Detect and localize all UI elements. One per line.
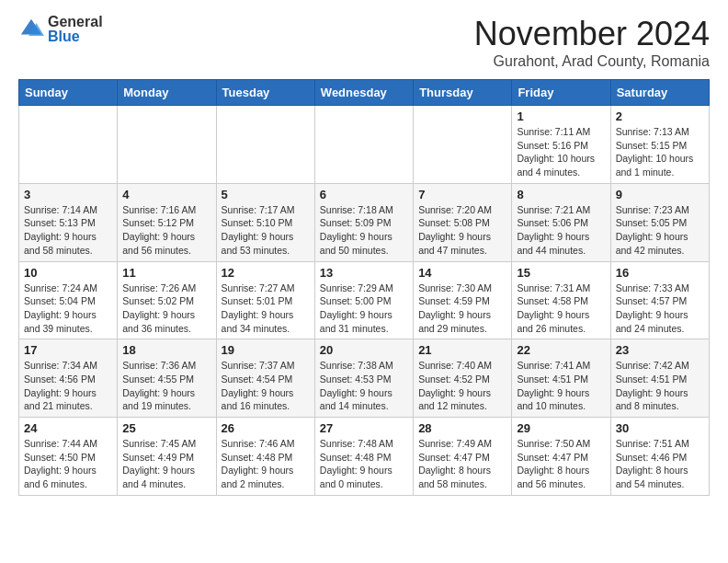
- logo-general-text: General: [48, 15, 103, 29]
- day-number: 23: [616, 343, 704, 357]
- day-info: Sunrise: 7:36 AM Sunset: 4:55 PM Dayligh…: [122, 359, 210, 413]
- day-number: 6: [320, 188, 408, 201]
- day-number: 15: [517, 266, 605, 280]
- week-row-4: 24Sunrise: 7:44 AM Sunset: 4:50 PM Dayli…: [19, 418, 710, 496]
- calendar-cell: 26Sunrise: 7:46 AM Sunset: 4:48 PM Dayli…: [216, 418, 314, 496]
- day-number: 24: [24, 421, 112, 435]
- calendar-cell: 4Sunrise: 7:16 AM Sunset: 5:12 PM Daylig…: [118, 183, 216, 261]
- day-info: Sunrise: 7:44 AM Sunset: 4:50 PM Dayligh…: [24, 437, 112, 491]
- day-number: 21: [418, 343, 506, 357]
- day-number: 3: [24, 188, 112, 201]
- day-info: Sunrise: 7:40 AM Sunset: 4:52 PM Dayligh…: [418, 359, 506, 413]
- day-number: 17: [24, 343, 112, 357]
- logo-text: General Blue: [48, 15, 103, 44]
- day-number: 26: [222, 421, 310, 435]
- calendar-cell: 27Sunrise: 7:48 AM Sunset: 4:48 PM Dayli…: [314, 418, 413, 496]
- calendar-cell: 15Sunrise: 7:31 AM Sunset: 4:58 PM Dayli…: [512, 261, 610, 339]
- day-info: Sunrise: 7:13 AM Sunset: 5:15 PM Dayligh…: [616, 125, 704, 179]
- day-number: 29: [517, 421, 605, 435]
- calendar-cell: 24Sunrise: 7:44 AM Sunset: 4:50 PM Dayli…: [19, 418, 118, 496]
- weekday-header-saturday: Saturday: [610, 80, 709, 106]
- day-number: 7: [418, 188, 506, 201]
- day-number: 12: [222, 266, 310, 280]
- calendar-cell: [414, 106, 512, 184]
- day-info: Sunrise: 7:27 AM Sunset: 5:01 PM Dayligh…: [222, 282, 310, 336]
- day-number: 13: [320, 266, 408, 280]
- day-info: Sunrise: 7:38 AM Sunset: 4:53 PM Dayligh…: [320, 359, 408, 413]
- day-info: Sunrise: 7:21 AM Sunset: 5:06 PM Dayligh…: [517, 203, 605, 258]
- weekday-header-row: SundayMondayTuesdayWednesdayThursdayFrid…: [19, 80, 710, 106]
- week-row-1: 3Sunrise: 7:14 AM Sunset: 5:13 PM Daylig…: [19, 183, 710, 261]
- calendar-cell: 17Sunrise: 7:34 AM Sunset: 4:56 PM Dayli…: [19, 339, 118, 418]
- day-number: 10: [24, 266, 112, 280]
- logo-icon: [18, 17, 44, 42]
- header: General Blue November 2024 Gurahont, Ara…: [18, 15, 710, 70]
- day-info: Sunrise: 7:42 AM Sunset: 4:51 PM Dayligh…: [616, 359, 704, 413]
- day-number: 25: [122, 421, 210, 435]
- day-info: Sunrise: 7:26 AM Sunset: 5:02 PM Dayligh…: [122, 282, 210, 336]
- calendar-cell: 11Sunrise: 7:26 AM Sunset: 5:02 PM Dayli…: [118, 261, 216, 339]
- day-info: Sunrise: 7:46 AM Sunset: 4:48 PM Dayligh…: [222, 437, 310, 491]
- calendar-cell: 6Sunrise: 7:18 AM Sunset: 5:09 PM Daylig…: [314, 183, 413, 261]
- weekday-header-sunday: Sunday: [19, 80, 118, 106]
- day-info: Sunrise: 7:50 AM Sunset: 4:47 PM Dayligh…: [517, 437, 605, 491]
- weekday-header-tuesday: Tuesday: [216, 80, 314, 106]
- day-info: Sunrise: 7:51 AM Sunset: 4:46 PM Dayligh…: [616, 437, 704, 491]
- logo-blue-text: Blue: [48, 29, 103, 44]
- calendar-cell: 7Sunrise: 7:20 AM Sunset: 5:08 PM Daylig…: [414, 183, 512, 261]
- day-info: Sunrise: 7:34 AM Sunset: 4:56 PM Dayligh…: [24, 359, 112, 413]
- calendar-cell: 19Sunrise: 7:37 AM Sunset: 4:54 PM Dayli…: [216, 339, 314, 418]
- day-info: Sunrise: 7:31 AM Sunset: 4:58 PM Dayligh…: [517, 282, 605, 336]
- day-number: 30: [616, 421, 704, 435]
- day-info: Sunrise: 7:18 AM Sunset: 5:09 PM Dayligh…: [320, 203, 408, 258]
- calendar-cell: 22Sunrise: 7:41 AM Sunset: 4:51 PM Dayli…: [512, 339, 610, 418]
- week-row-3: 17Sunrise: 7:34 AM Sunset: 4:56 PM Dayli…: [19, 339, 710, 418]
- day-info: Sunrise: 7:37 AM Sunset: 4:54 PM Dayligh…: [222, 359, 310, 413]
- day-number: 20: [320, 343, 408, 357]
- day-number: 11: [122, 266, 210, 280]
- day-info: Sunrise: 7:20 AM Sunset: 5:08 PM Dayligh…: [418, 203, 506, 258]
- calendar-cell: 13Sunrise: 7:29 AM Sunset: 5:00 PM Dayli…: [314, 261, 413, 339]
- calendar-cell: 23Sunrise: 7:42 AM Sunset: 4:51 PM Dayli…: [610, 339, 709, 418]
- calendar-cell: 2Sunrise: 7:13 AM Sunset: 5:15 PM Daylig…: [610, 106, 709, 184]
- week-row-2: 10Sunrise: 7:24 AM Sunset: 5:04 PM Dayli…: [19, 261, 710, 339]
- calendar-table: SundayMondayTuesdayWednesdayThursdayFrid…: [18, 79, 710, 496]
- weekday-header-monday: Monday: [118, 80, 216, 106]
- day-number: 2: [616, 109, 704, 123]
- calendar-cell: 16Sunrise: 7:33 AM Sunset: 4:57 PM Dayli…: [610, 261, 709, 339]
- calendar-header: SundayMondayTuesdayWednesdayThursdayFrid…: [19, 80, 710, 106]
- day-number: 5: [222, 188, 310, 201]
- day-number: 14: [418, 266, 506, 280]
- day-number: 18: [122, 343, 210, 357]
- calendar-cell: [19, 106, 118, 184]
- calendar-cell: 18Sunrise: 7:36 AM Sunset: 4:55 PM Dayli…: [118, 339, 216, 418]
- day-info: Sunrise: 7:41 AM Sunset: 4:51 PM Dayligh…: [517, 359, 605, 413]
- calendar-cell: 5Sunrise: 7:17 AM Sunset: 5:10 PM Daylig…: [216, 183, 314, 261]
- calendar-cell: 12Sunrise: 7:27 AM Sunset: 5:01 PM Dayli…: [216, 261, 314, 339]
- title-area: November 2024 Gurahont, Arad County, Rom…: [474, 15, 710, 70]
- calendar-cell: 21Sunrise: 7:40 AM Sunset: 4:52 PM Dayli…: [414, 339, 512, 418]
- day-info: Sunrise: 7:29 AM Sunset: 5:00 PM Dayligh…: [320, 282, 408, 336]
- day-number: 1: [517, 109, 605, 123]
- calendar-body: 1Sunrise: 7:11 AM Sunset: 5:16 PM Daylig…: [19, 106, 710, 496]
- day-info: Sunrise: 7:14 AM Sunset: 5:13 PM Dayligh…: [24, 203, 112, 258]
- day-info: Sunrise: 7:24 AM Sunset: 5:04 PM Dayligh…: [24, 282, 112, 336]
- day-info: Sunrise: 7:30 AM Sunset: 4:59 PM Dayligh…: [418, 282, 506, 336]
- location-subtitle: Gurahont, Arad County, Romania: [474, 53, 710, 70]
- calendar-cell: 3Sunrise: 7:14 AM Sunset: 5:13 PM Daylig…: [19, 183, 118, 261]
- day-info: Sunrise: 7:17 AM Sunset: 5:10 PM Dayligh…: [222, 203, 310, 258]
- day-number: 22: [517, 343, 605, 357]
- calendar-cell: 28Sunrise: 7:49 AM Sunset: 4:47 PM Dayli…: [414, 418, 512, 496]
- calendar-cell: 1Sunrise: 7:11 AM Sunset: 5:16 PM Daylig…: [512, 106, 610, 184]
- day-info: Sunrise: 7:23 AM Sunset: 5:05 PM Dayligh…: [616, 203, 704, 258]
- day-number: 9: [616, 188, 704, 201]
- day-info: Sunrise: 7:49 AM Sunset: 4:47 PM Dayligh…: [418, 437, 506, 491]
- day-info: Sunrise: 7:11 AM Sunset: 5:16 PM Dayligh…: [517, 125, 605, 179]
- calendar-cell: 20Sunrise: 7:38 AM Sunset: 4:53 PM Dayli…: [314, 339, 413, 418]
- calendar-cell: 29Sunrise: 7:50 AM Sunset: 4:47 PM Dayli…: [512, 418, 610, 496]
- day-info: Sunrise: 7:48 AM Sunset: 4:48 PM Dayligh…: [320, 437, 408, 491]
- weekday-header-friday: Friday: [512, 80, 610, 106]
- day-number: 19: [222, 343, 310, 357]
- day-number: 28: [418, 421, 506, 435]
- calendar-cell: 14Sunrise: 7:30 AM Sunset: 4:59 PM Dayli…: [414, 261, 512, 339]
